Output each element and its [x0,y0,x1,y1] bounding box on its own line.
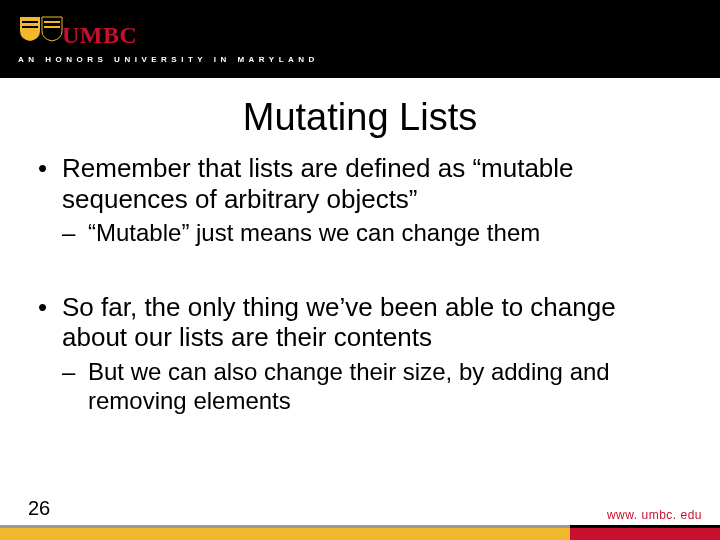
slide: UMBC AN HONORS UNIVERSITY IN MARYLAND Mu… [0,0,720,540]
footer-url: www. umbc. edu [607,508,702,522]
footer-red-stripe [570,528,720,540]
bullet-1-sub-1: “Mutable” just means we can change them [62,218,684,247]
bullet-list: Remember that lists are defined as “muta… [36,153,684,415]
svg-rect-2 [44,21,60,23]
slide-title: Mutating Lists [0,96,720,139]
logo-text: UMBC [62,22,137,49]
umbc-shield-icon [18,15,64,43]
header-bar: UMBC AN HONORS UNIVERSITY IN MARYLAND [0,0,720,78]
bullet-2-sub-1: But we can also change their size, by ad… [62,357,684,416]
svg-rect-1 [22,26,38,28]
tagline: AN HONORS UNIVERSITY IN MARYLAND [18,55,720,64]
page-number: 26 [28,497,50,520]
bullet-2: So far, the only thing we’ve been able t… [36,292,684,353]
svg-rect-0 [22,21,38,23]
logo: UMBC [18,15,720,49]
content-area: Remember that lists are defined as “muta… [0,153,720,540]
bullet-1: Remember that lists are defined as “muta… [36,153,684,214]
svg-rect-3 [44,26,60,28]
